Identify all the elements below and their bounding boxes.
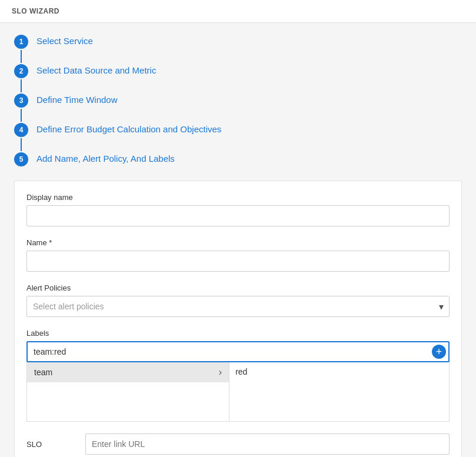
header: SLO WIZARD: [0, 0, 476, 23]
labels-label: Labels: [26, 329, 450, 338]
step-2: 2 Select Data Source and Metric: [14, 64, 462, 94]
step-4-circle: 4: [14, 123, 28, 137]
name-input[interactable]: [26, 251, 450, 272]
step-4: 4 Define Error Budget Calculation and Ob…: [14, 123, 462, 152]
step-1-line: [21, 50, 22, 63]
labels-group: Labels + team › red: [26, 329, 450, 422]
alert-policies-group: Alert Policies Select alert policies ▾: [26, 283, 450, 317]
labels-dropdown-left: team ›: [27, 362, 229, 421]
step-3-line: [21, 109, 22, 122]
step-5: 5 Add Name, Alert Policy, And Labels: [14, 152, 462, 166]
slo-url-input[interactable]: [85, 433, 450, 455]
chevron-right-icon: ›: [219, 367, 222, 378]
name-group: Name *: [26, 238, 450, 272]
step-5-circle: 5: [14, 152, 28, 166]
header-title: SLO WIZARD: [12, 7, 59, 15]
slo-label: SLO: [26, 440, 85, 449]
display-name-label: Display name: [26, 193, 450, 202]
step-1: 1 Select Service: [14, 35, 462, 64]
step-1-label[interactable]: Select Service: [36, 35, 93, 58]
plus-icon: +: [436, 346, 442, 357]
display-name-group: Display name: [26, 193, 450, 226]
form-section: Display name Name * Alert Policies Selec…: [14, 181, 462, 457]
step-2-circle: 2: [14, 64, 28, 78]
slo-row: SLO: [26, 433, 450, 455]
step-2-line: [21, 79, 22, 92]
labels-add-button[interactable]: +: [432, 345, 446, 359]
labels-dropdown-item-team-label: team: [34, 368, 52, 377]
step-3-circle: 3: [14, 94, 28, 108]
alert-policies-select[interactable]: Select alert policies: [26, 296, 450, 317]
labels-input-wrapper: +: [26, 341, 450, 362]
step-1-circle: 1: [14, 35, 28, 49]
step-3-label[interactable]: Define Time Window: [36, 94, 118, 116]
step-4-line: [21, 138, 22, 151]
labels-dropdown-panel: team › red: [26, 362, 450, 422]
step-4-label[interactable]: Define Error Budget Calculation and Obje…: [36, 123, 221, 146]
name-label: Name *: [26, 238, 450, 247]
display-name-input[interactable]: [26, 205, 450, 226]
steps-nav: 1 Select Service 2 Select Data Source an…: [14, 35, 462, 166]
labels-dropdown-right: red: [229, 362, 449, 421]
step-3: 3 Define Time Window: [14, 94, 462, 123]
step-5-label[interactable]: Add Name, Alert Policy, And Labels: [36, 152, 175, 164]
labels-dropdown-item-team[interactable]: team ›: [27, 362, 229, 382]
step-2-label[interactable]: Select Data Source and Metric: [36, 64, 156, 87]
alert-policies-select-wrapper: Select alert policies ▾: [26, 296, 450, 317]
alert-policies-label: Alert Policies: [26, 283, 450, 292]
labels-dropdown-right-value: red: [235, 367, 247, 376]
labels-input[interactable]: [26, 341, 450, 362]
